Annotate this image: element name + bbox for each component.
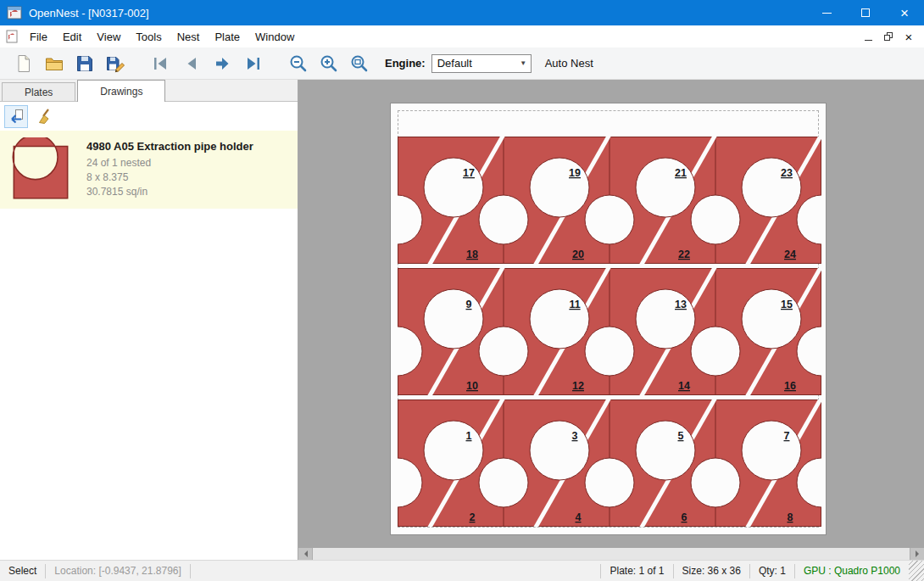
zoom-in-icon	[319, 53, 339, 74]
drawing-title: 4980 A05 Extraction pipe holder	[86, 140, 253, 153]
part-number: 16	[784, 380, 796, 392]
new-file-icon	[14, 53, 34, 74]
nest-row[interactable]: 1718192021222324	[398, 137, 821, 264]
menu-item-plate[interactable]: Plate	[207, 27, 248, 47]
maximize-button[interactable]	[846, 0, 885, 25]
chevron-down-icon: ▼	[516, 55, 531, 72]
app-icon	[7, 5, 22, 20]
tab-plates[interactable]: Plates	[2, 82, 75, 101]
part-number: 13	[675, 299, 687, 310]
mdi-close-icon: ×	[905, 31, 913, 43]
part-thumbnail	[7, 136, 75, 204]
drawing-size: 8 x 8.375	[86, 170, 253, 185]
part-number: 20	[572, 249, 584, 260]
menu-item-window[interactable]: Window	[248, 27, 302, 47]
sidebar: Plates Drawings	[0, 80, 298, 560]
document-icon	[5, 30, 19, 43]
drawings-toolbar	[0, 102, 298, 131]
window-title: OpenNest - [N0317-002]	[29, 7, 149, 20]
replace-arrow-icon	[8, 108, 25, 125]
canvas-h-scrollbar[interactable]	[298, 548, 924, 560]
zoom-fit-icon	[349, 53, 370, 74]
mdi-minimize-icon	[865, 40, 872, 41]
part-number: 12	[572, 380, 584, 392]
drawing-area: 30.7815 sq/in	[86, 185, 253, 199]
next-plate-button[interactable]	[207, 50, 237, 77]
close-icon: ×	[900, 6, 909, 20]
mdi-restore-button[interactable]	[878, 28, 899, 45]
part-number: 15	[781, 299, 793, 310]
replace-drawing-button[interactable]	[4, 105, 28, 128]
go-previous-icon	[181, 53, 203, 74]
maximize-icon	[861, 8, 870, 17]
menu-item-edit[interactable]: Edit	[55, 27, 89, 47]
part-number: 5	[678, 430, 684, 442]
scrollbar-thumb[interactable]	[312, 548, 910, 560]
save-button[interactable]	[70, 50, 100, 77]
resize-grip[interactable]	[909, 561, 924, 581]
broom-icon	[36, 108, 53, 125]
tab-drawings[interactable]: Drawings	[77, 80, 165, 102]
minimize-icon	[822, 13, 832, 14]
part-number: 14	[678, 380, 690, 392]
status-qty: Qty: 1	[750, 564, 794, 578]
first-plate-button[interactable]	[146, 50, 176, 77]
close-button[interactable]: ×	[885, 0, 924, 25]
mdi-close-button[interactable]: ×	[899, 28, 919, 45]
status-plate: Plate: 1 of 1	[601, 564, 672, 578]
drawing-nested-count: 24 of 1 nested	[86, 156, 253, 170]
part-number: 23	[781, 167, 793, 179]
minimize-button[interactable]	[807, 0, 846, 25]
part-number: 4	[576, 511, 582, 523]
zoom-out-button[interactable]	[283, 50, 314, 77]
part-number: 2	[470, 511, 476, 523]
part-number: 1	[466, 430, 472, 442]
go-first-icon	[150, 53, 172, 74]
auto-nest-label[interactable]: Auto Nest	[545, 57, 593, 70]
zoom-in-button[interactable]	[314, 50, 344, 77]
part-number: 21	[675, 167, 687, 179]
engine-value: Default	[437, 57, 472, 70]
part-number: 24	[784, 249, 796, 260]
status-gpu: GPU : Quadro P1000	[795, 564, 909, 578]
part-number: 18	[466, 249, 478, 260]
menu-item-file[interactable]: File	[22, 27, 55, 47]
part-number: 6	[682, 511, 687, 523]
zoom-fit-button[interactable]	[344, 50, 375, 77]
menu-bar: File Edit View Tools Nest Plate Window ×	[0, 25, 924, 47]
status-location: Location: [-0.9437, 21.8796]	[46, 564, 189, 578]
part-number: 10	[466, 380, 478, 392]
nest-row[interactable]: 910111213141516	[398, 268, 821, 395]
status-size: Size: 36 x 36	[674, 564, 749, 578]
engine-dropdown[interactable]: Default ▼	[431, 54, 532, 73]
save-floppy-icon	[75, 53, 95, 74]
go-last-icon	[242, 53, 264, 74]
new-button[interactable]	[8, 50, 39, 77]
part-number: 11	[569, 299, 580, 310]
status-bar: Select Location: [-0.9437, 21.8796] Plat…	[0, 560, 924, 581]
open-button[interactable]	[39, 50, 70, 77]
last-plate-button[interactable]	[237, 50, 268, 77]
clean-button[interactable]	[33, 105, 57, 128]
main-toolbar: Engine: Default ▼ Auto Nest	[0, 47, 924, 80]
engine-label: Engine:	[385, 57, 426, 70]
mdi-restore-icon	[884, 32, 893, 41]
go-next-icon	[211, 53, 233, 74]
nest-canvas[interactable]: 1718192021222324 910111213141516 1234567…	[298, 80, 924, 560]
menu-item-view[interactable]: View	[89, 27, 128, 47]
nest-row[interactable]: 12345678	[398, 399, 821, 527]
open-folder-icon	[44, 53, 64, 74]
previous-plate-button[interactable]	[176, 50, 207, 77]
plate[interactable]: 1718192021222324 910111213141516 1234567…	[390, 103, 827, 535]
scroll-left-icon[interactable]	[298, 548, 312, 560]
menu-item-tools[interactable]: Tools	[128, 27, 169, 47]
part-number: 9	[466, 299, 472, 310]
save-edit-button[interactable]	[100, 50, 131, 77]
scroll-right-icon[interactable]	[910, 548, 924, 560]
save-edit-icon	[105, 53, 125, 74]
drawing-list-item[interactable]: 4980 A05 Extraction pipe holder 24 of 1 …	[0, 131, 298, 209]
menu-item-nest[interactable]: Nest	[170, 27, 208, 47]
mdi-minimize-button[interactable]	[858, 28, 878, 45]
part-number: 19	[569, 167, 581, 179]
sidebar-tabstrip: Plates Drawings	[0, 80, 298, 102]
